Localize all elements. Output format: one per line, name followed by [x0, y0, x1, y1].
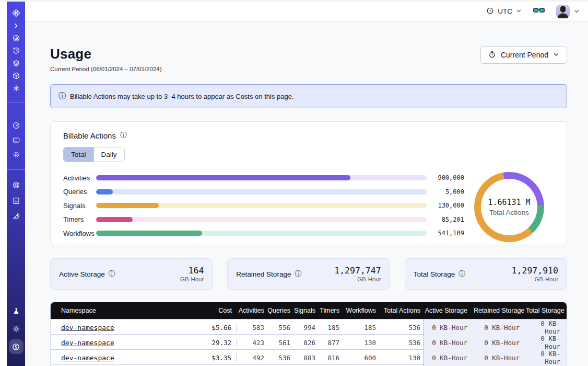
table-row: dev-namespace 29.32 423 561 826 877 130 … [51, 334, 567, 349]
settings-gear-icon[interactable] [7, 147, 25, 162]
cell-activities: 583 [237, 324, 267, 331]
bar-value: 541,109 [427, 230, 464, 237]
col-header-total-actions: Total Actions [379, 307, 424, 314]
total-actions-value: 1.66131 M [488, 198, 530, 207]
account-menu[interactable] [556, 5, 580, 18]
namespace-link[interactable]: dev-namespace [61, 324, 114, 331]
cell-queries: 556 [267, 324, 293, 331]
table-row: dev-namespace $3.35 492 536 883 816 600 … [51, 349, 567, 364]
cube-icon[interactable] [7, 70, 25, 82]
donut-chart-area: 1.66131 M Total Actions [464, 171, 554, 242]
bar-fill [96, 175, 350, 180]
active-storage-unit: GB-Hour [180, 276, 204, 282]
billing-credit-card-icon[interactable] [7, 133, 25, 147]
bar-track [96, 175, 427, 180]
active-storage-value: 164 [180, 266, 204, 276]
billable-actions-title: Billable Actions [63, 131, 116, 140]
asterisk-icon[interactable] [7, 82, 25, 95]
cell-timers: 877 [319, 339, 343, 347]
cell-workflows: 600 [343, 354, 379, 362]
col-header-workflows: Workflows [343, 307, 379, 314]
billable-view-toggle: Total Daily [63, 147, 125, 162]
bar-track [96, 203, 427, 208]
total-storage-info-icon[interactable]: ⓘ [458, 269, 465, 279]
total-storage-value: 1,297,910 [512, 266, 558, 276]
expand-sidebar-chevron-icon[interactable] [7, 19, 25, 32]
cell-cost: 29.32 [163, 339, 237, 347]
cell-activities: 423 [237, 339, 267, 347]
bar-label: Queries [63, 188, 96, 196]
total-actions-label: Total Actions [489, 209, 529, 216]
usage-dollar-coin-item[interactable] [7, 338, 25, 356]
chevron-down-icon [516, 7, 522, 15]
billable-info-icon[interactable]: ⓘ [120, 131, 127, 140]
active-storage-info-icon[interactable]: ⓘ [109, 269, 115, 279]
namespaces-swirl-icon[interactable] [7, 32, 25, 44]
info-circle-icon: ⓘ [58, 92, 66, 101]
usage-gauge-icon[interactable] [7, 118, 25, 133]
cell-retained-storage: 0 KB-Hour [474, 350, 526, 365]
table-row: dev-namespace $5.66 583 556 994 185 185 … [51, 319, 567, 334]
temporal-logo-icon[interactable] [7, 7, 25, 19]
namespace-link[interactable]: dev-namespace [61, 339, 114, 347]
tab-daily[interactable]: Daily [94, 147, 124, 162]
cell-retained-storage: 0 KB-Hour [474, 335, 526, 350]
bar-fill [96, 203, 159, 208]
table-header-row: Namespace Cost Activities Queries Signal… [51, 302, 567, 319]
total-actions-donut: 1.66131 M Total Actions [474, 172, 544, 242]
total-storage-label: Total Storage [414, 270, 455, 278]
bar-row-timers: Timers 85,201 [63, 213, 464, 227]
cell-workflows: 185 [343, 324, 379, 331]
history-clock-icon[interactable] [7, 44, 25, 57]
namespace-usage-table: Namespace Cost Activities Queries Signal… [50, 302, 567, 366]
cell-total-storage: 0 KB-Hour [526, 319, 567, 335]
bar-label: Activities [63, 174, 96, 182]
period-selector-button[interactable]: Current Period [480, 46, 567, 64]
glasses-icon [533, 6, 545, 17]
stopwatch-icon [488, 50, 496, 60]
bar-fill [96, 189, 113, 195]
bar-track [96, 217, 427, 222]
col-header-retained-storage: Retained Storage [474, 307, 526, 314]
storage-summary-row: Active Storage ⓘ 164 GB-Hour Retained St… [50, 258, 567, 290]
total-storage-unit: GB-Hour [512, 276, 558, 282]
user-avatar[interactable] [556, 5, 570, 18]
bar-value: 130,000 [427, 202, 464, 209]
cell-timers: 185 [319, 324, 343, 331]
timezone-picker[interactable]: UTC [486, 7, 522, 16]
bar-row-workflows: Workflows 541,109 [63, 226, 464, 241]
col-header-namespace: Namespace [51, 307, 163, 314]
bar-chart: Activities 900,000 Queries 5,000 Signals… [63, 171, 464, 241]
cell-signals: 883 [293, 354, 319, 362]
retained-storage-value: 1,297,747 [334, 266, 381, 276]
support-lifebuoy-icon[interactable] [7, 177, 25, 193]
topbar: UTC [25, 2, 588, 21]
col-header-signals: Signals [293, 307, 319, 314]
cell-total-actions: 536 [379, 324, 424, 331]
glasses-button[interactable] [533, 6, 545, 17]
cell-active-storage: 0 KB-Hour [424, 319, 474, 335]
namespace-link[interactable]: dev-namespace [61, 354, 114, 362]
tab-total[interactable]: Total [64, 147, 94, 162]
retained-storage-info-icon[interactable]: ⓘ [295, 269, 301, 279]
col-header-timers: Timers [319, 307, 343, 314]
window-top-strip [0, 0, 588, 2]
col-header-total-storage: Total Storage [526, 307, 567, 314]
labs-flask-icon[interactable] [7, 302, 25, 320]
layers-icon[interactable] [7, 57, 25, 70]
dollar-coin-icon[interactable] [9, 339, 23, 354]
cell-signals: 826 [293, 339, 319, 347]
cell-total-actions: 130 [379, 354, 424, 362]
cell-signals: 994 [293, 324, 319, 331]
col-header-cost: Cost [163, 307, 237, 314]
page-subtitle: Current Period (06/01/2024 – 07/01/2024) [50, 66, 162, 72]
rocket-icon[interactable] [7, 209, 25, 224]
period-chevron-down-icon [553, 51, 559, 59]
cell-workflows: 130 [343, 339, 379, 347]
total-storage-card: Total Storage ⓘ 1,297,910 GB-Hour [405, 258, 567, 290]
feedback-doc-icon[interactable] [7, 193, 25, 209]
col-header-queries: Queries [267, 307, 293, 314]
theme-sun-icon[interactable] [7, 320, 25, 338]
cell-activities: 492 [237, 354, 267, 362]
timezone-label: UTC [498, 7, 512, 15]
